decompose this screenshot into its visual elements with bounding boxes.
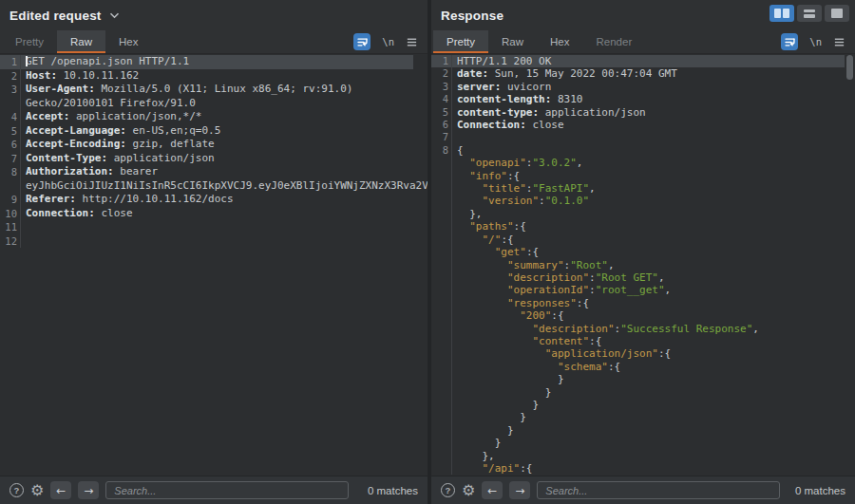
response-toolbar-icons: \n xyxy=(781,30,855,53)
editor-menu-icon[interactable] xyxy=(406,36,418,48)
line-content: Authorization: bearer eyJhbGciOiJIUzI1Ni… xyxy=(21,165,428,193)
line-content: User-Agent: Mozilla/5.0 (X11; Linux x86_… xyxy=(21,83,413,110)
request-toolbar-icons: \n xyxy=(353,30,428,53)
request-tab-raw[interactable]: Raw xyxy=(57,30,105,53)
help-icon[interactable]: ? xyxy=(441,483,455,497)
previous-match-button[interactable]: ← xyxy=(50,481,71,499)
line-number: 1 xyxy=(431,55,452,67)
search-input[interactable] xyxy=(105,481,349,499)
response-panel-title: Response xyxy=(441,9,504,23)
line-content: "description":"Successful Response", xyxy=(452,323,845,335)
response-body-line: } xyxy=(431,437,845,449)
editor-menu-icon[interactable] xyxy=(833,36,846,48)
search-settings-gear-icon[interactable]: ⚙ xyxy=(462,483,475,498)
response-line: 3server: uvicorn xyxy=(431,81,845,93)
response-editor[interactable]: 1HTTP/1.1 200 OK2date: Sun, 15 May 2022 … xyxy=(431,54,855,476)
line-number: 7 xyxy=(0,152,21,166)
split-columns-button[interactable] xyxy=(770,5,794,22)
response-body-line: "version":"0.1.0" xyxy=(431,195,845,207)
request-title-row: Edited request xyxy=(0,0,428,30)
response-body-line: } xyxy=(431,399,845,411)
line-content: "version":"0.1.0" xyxy=(452,195,845,207)
newline-chars-icon[interactable]: \n xyxy=(382,36,394,47)
match-count: 0 matches xyxy=(795,485,846,496)
search-input[interactable] xyxy=(537,481,780,499)
word-wrap-icon[interactable] xyxy=(781,33,798,50)
line-number: 6 xyxy=(0,138,21,152)
newline-chars-icon[interactable]: \n xyxy=(809,36,822,47)
next-match-button[interactable]: → xyxy=(509,481,530,499)
response-tabs: PrettyRawHexRender xyxy=(433,30,645,53)
next-match-button[interactable]: → xyxy=(78,481,99,499)
line-number: 8 xyxy=(0,165,21,193)
line-content: } xyxy=(452,399,845,411)
line-content: "/":{ xyxy=(452,233,845,246)
response-body-line: } xyxy=(431,386,845,399)
line-number xyxy=(431,309,452,322)
response-line: 6Connection: close xyxy=(431,119,845,131)
line-number: 5 xyxy=(0,124,21,139)
line-content: } xyxy=(452,373,845,385)
line-content: { xyxy=(452,144,845,157)
search-settings-gear-icon[interactable]: ⚙ xyxy=(30,483,44,498)
line-number xyxy=(431,220,452,233)
line-number xyxy=(431,386,452,399)
help-icon[interactable]: ? xyxy=(10,483,24,497)
response-body-line: }, xyxy=(431,208,845,220)
response-title-row: Response xyxy=(431,0,855,30)
request-line: 4Accept: application/json,*/* xyxy=(0,110,413,124)
response-tab-raw[interactable]: Raw xyxy=(488,30,537,53)
request-line: 7Content-Type: application/json xyxy=(0,152,413,166)
line-number: 2 xyxy=(0,69,21,84)
request-editor[interactable]: 1GET /openapi.json HTTP/1.12Host: 10.10.… xyxy=(0,54,428,476)
request-line: 9Referer: http://10.10.11.162/docs xyxy=(0,193,413,207)
line-content: content-length: 8310 xyxy=(452,93,845,105)
line-content: HTTP/1.1 200 OK xyxy=(452,55,845,67)
line-content: Content-Type: application/json xyxy=(21,152,413,166)
line-number: 5 xyxy=(431,106,452,119)
match-count: 0 matches xyxy=(368,485,418,496)
line-number xyxy=(431,437,452,449)
request-tab-hex[interactable]: Hex xyxy=(105,30,151,53)
request-line: 5Accept-Language: en-US,en;q=0.5 xyxy=(0,124,413,139)
previous-match-button[interactable]: ← xyxy=(482,481,503,499)
line-content: } xyxy=(452,437,845,449)
line-content: "get":{ xyxy=(452,246,845,258)
line-content xyxy=(452,131,845,143)
request-panel-title: Edited request xyxy=(10,9,102,23)
response-line: 7 xyxy=(431,131,845,143)
split-rows-button[interactable] xyxy=(797,5,822,22)
line-number xyxy=(431,195,452,207)
line-number xyxy=(431,246,452,258)
response-tab-hex[interactable]: Hex xyxy=(537,30,582,53)
scrollbar-thumb[interactable] xyxy=(846,55,853,80)
line-number: 10 xyxy=(0,207,21,221)
line-number: 3 xyxy=(0,83,21,110)
line-number xyxy=(431,462,452,475)
line-number xyxy=(431,157,452,169)
line-number xyxy=(431,361,452,373)
request-line: 12 xyxy=(0,234,413,249)
response-panel: Response PrettyRawHexRender \n 1HTTP/1.1… xyxy=(431,0,855,504)
word-wrap-icon[interactable] xyxy=(353,33,370,50)
line-content: "operationId":"root__get", xyxy=(452,284,845,296)
line-number xyxy=(431,424,452,437)
single-view-button[interactable] xyxy=(825,5,849,22)
line-number xyxy=(431,323,452,335)
request-line: 2Host: 10.10.11.162 xyxy=(0,69,413,84)
response-line: 1HTTP/1.1 200 OK xyxy=(431,55,845,67)
response-tab-pretty[interactable]: Pretty xyxy=(433,30,488,53)
response-tab-render[interactable]: Render xyxy=(583,30,646,53)
line-content: "200":{ xyxy=(452,309,845,322)
chevron-down-icon[interactable] xyxy=(109,12,120,19)
line-content: "application/json":{ xyxy=(452,347,845,360)
line-content xyxy=(21,220,413,234)
line-content: "responses":{ xyxy=(452,297,845,309)
line-number: 4 xyxy=(0,110,21,124)
line-number xyxy=(431,208,452,220)
response-body-line: } xyxy=(431,373,845,385)
response-line: 8{ xyxy=(431,144,845,157)
response-body-line: "schema":{ xyxy=(431,361,845,373)
line-number xyxy=(431,450,452,462)
request-tab-pretty[interactable]: Pretty xyxy=(2,30,57,53)
